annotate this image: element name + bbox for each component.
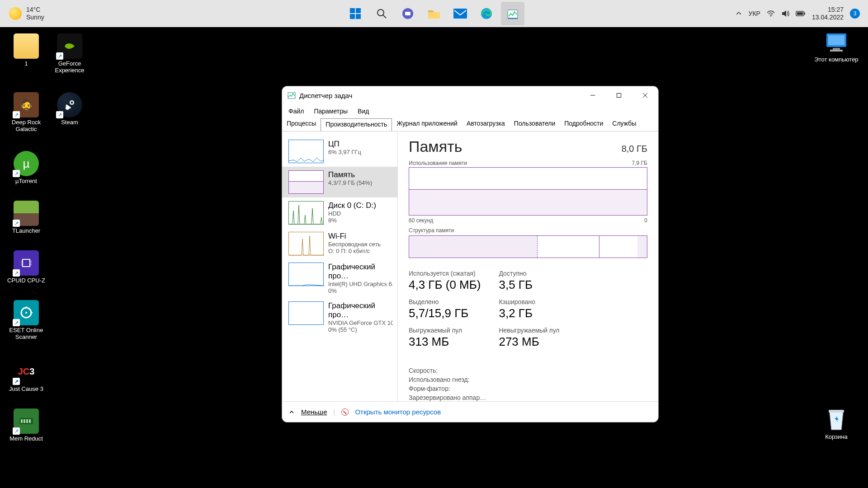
drg-icon: 🧔↗ bbox=[14, 92, 39, 117]
desktop-icon-cpuz[interactable]: ↗ CPUID CPU-Z bbox=[5, 249, 48, 298]
chevron-up-icon[interactable] bbox=[288, 409, 295, 415]
memory-composition-graph[interactable] bbox=[409, 235, 647, 258]
meta-form: Форм-фактор: bbox=[409, 385, 486, 392]
tab-apphistory[interactable]: Журнал приложений bbox=[392, 118, 462, 131]
disk-thumbnail bbox=[288, 201, 324, 225]
windows-logo-icon bbox=[349, 7, 362, 20]
close-button[interactable] bbox=[632, 86, 658, 104]
desktop-icons-right: Этот компьютер Корзина bbox=[814, 32, 859, 440]
battery-icon[interactable] bbox=[796, 10, 806, 17]
stat-cached-value: 3,2 ГБ bbox=[499, 306, 559, 320]
folder-icon bbox=[14, 33, 39, 59]
tab-details[interactable]: Подробности bbox=[560, 118, 608, 131]
desktop-icons-left: 1 ↗ GeForce Experience 🧔↗ Deep Rock Gala… bbox=[5, 32, 91, 456]
open-resource-monitor-link[interactable]: Открыть монитор ресурсов bbox=[355, 408, 441, 416]
tab-processes[interactable]: Процессы bbox=[282, 118, 321, 131]
maximize-icon bbox=[616, 93, 622, 98]
svg-rect-41 bbox=[829, 410, 844, 413]
stat-avail-value: 3,5 ГБ bbox=[499, 278, 559, 292]
stat-committed-label: Выделено bbox=[409, 298, 481, 305]
svg-rect-0 bbox=[350, 8, 355, 13]
close-icon bbox=[642, 93, 648, 98]
mail-icon bbox=[453, 9, 467, 19]
meta-speed: Скорость: bbox=[409, 367, 486, 374]
stat-inuse-label: Используется (сжатая) bbox=[409, 270, 481, 277]
shortcut-arrow-icon: ↗ bbox=[13, 170, 20, 177]
wifi-thumbnail bbox=[288, 232, 324, 255]
taskbar-clock[interactable]: 15:27 13.04.2022 bbox=[812, 6, 844, 21]
edge-icon bbox=[480, 7, 493, 20]
sidebar-item-cpu[interactable]: ЦП6% 3,97 ГГц bbox=[282, 136, 397, 167]
shortcut-arrow-icon: ↗ bbox=[13, 111, 20, 118]
minimize-button[interactable] bbox=[580, 86, 606, 104]
sidebar-item-gpu1[interactable]: Графический про…NVIDIA GeForce GTX 10…0%… bbox=[282, 298, 397, 337]
desktop-icon-folder-1[interactable]: 1 bbox=[5, 32, 48, 81]
start-button[interactable] bbox=[344, 2, 367, 25]
clock-time: 15:27 bbox=[812, 6, 844, 14]
tab-services[interactable]: Службы bbox=[608, 118, 641, 131]
svg-rect-35 bbox=[26, 419, 28, 423]
memory-usage-graph[interactable] bbox=[409, 167, 647, 216]
taskbar-explorer[interactable] bbox=[422, 2, 446, 25]
taskbar-mail[interactable] bbox=[448, 2, 472, 25]
eset-icon: ↗ bbox=[14, 300, 39, 325]
titlebar[interactable]: Диспетчер задач bbox=[282, 86, 658, 104]
svg-rect-8 bbox=[453, 9, 467, 19]
cpu-thumbnail bbox=[288, 140, 324, 163]
graph-x-left: 60 секунд bbox=[409, 217, 433, 224]
desktop-icon-steam[interactable]: ↗ Steam bbox=[48, 90, 91, 140]
desktop-icon-tlauncher[interactable]: ↗ TLauncher bbox=[5, 199, 48, 249]
desktop-icon-eset[interactable]: ↗ ESET Online Scanner bbox=[5, 298, 48, 357]
svg-marker-13 bbox=[782, 10, 786, 17]
gpu0-thumbnail bbox=[288, 263, 324, 286]
sidebar-item-disk0[interactable]: Диск 0 (C: D:)HDD8% bbox=[282, 197, 397, 228]
desktop-icon-justcause3[interactable]: JC3↗ Just Cause 3 bbox=[5, 357, 48, 407]
memory-total: 8,0 ГБ bbox=[622, 144, 647, 154]
taskbar-weather[interactable]: 14°C Sunny bbox=[0, 6, 44, 21]
weather-sunny-icon bbox=[9, 7, 22, 20]
notifications-badge[interactable]: 3 bbox=[850, 9, 860, 19]
taskbar-taskmanager[interactable] bbox=[501, 2, 524, 25]
desktop-icon-geforce[interactable]: ↗ GeForce Experience bbox=[48, 32, 91, 90]
wifi-icon[interactable] bbox=[767, 10, 775, 17]
taskmanager-icon bbox=[288, 91, 296, 99]
performance-main: Память 8,0 ГБ Использование памяти 7,9 Г… bbox=[397, 131, 658, 401]
menu-file[interactable]: Файл bbox=[288, 108, 304, 115]
maximize-button[interactable] bbox=[606, 86, 632, 104]
clock-date: 13.04.2022 bbox=[812, 14, 844, 21]
stat-nonpaged-value: 273 МБ bbox=[499, 335, 559, 349]
tab-users[interactable]: Пользователи bbox=[509, 118, 560, 131]
volume-icon[interactable] bbox=[781, 10, 789, 17]
sidebar-item-gpu0[interactable]: Графический про…Intel(R) UHD Graphics 6…… bbox=[282, 259, 397, 298]
desktop-icon-memreduct[interactable]: ↗ Mem Reduct bbox=[5, 407, 48, 456]
tab-performance[interactable]: Производительность bbox=[321, 118, 392, 131]
svg-point-29 bbox=[25, 312, 27, 314]
graph-usage-label: Использование памяти bbox=[409, 160, 467, 166]
svg-line-5 bbox=[383, 15, 386, 18]
tab-startup[interactable]: Автозагрузка bbox=[462, 118, 509, 131]
task-manager-window: Диспетчер задач Файл Параметры Вид Проце… bbox=[282, 86, 659, 422]
this-pc-icon bbox=[824, 32, 849, 54]
shortcut-arrow-icon: ↗ bbox=[13, 319, 20, 326]
menu-options[interactable]: Параметры bbox=[314, 108, 348, 115]
sidebar-item-memory[interactable]: Память4,3/7,9 ГБ (54%) bbox=[282, 167, 397, 197]
stat-cached-label: Кэшировано bbox=[499, 298, 559, 305]
desktop-icon-deeprock[interactable]: 🧔↗ Deep Rock Galactic bbox=[5, 90, 48, 149]
shortcut-arrow-icon: ↗ bbox=[13, 378, 20, 385]
weather-cond: Sunny bbox=[26, 14, 44, 21]
search-button[interactable] bbox=[370, 2, 393, 25]
sidebar-item-wifi[interactable]: Wi-FiБеспроводная сетьО: 0 П: 0 кбит/с bbox=[282, 228, 397, 259]
desktop-icon-this-pc[interactable]: Этот компьютер bbox=[814, 32, 859, 63]
desktop-icon-recycle-bin[interactable]: Корзина bbox=[814, 406, 859, 440]
svg-rect-3 bbox=[356, 14, 361, 19]
fewer-details-link[interactable]: Меньше bbox=[301, 408, 327, 416]
resmon-icon bbox=[341, 408, 349, 416]
chevron-up-icon[interactable] bbox=[735, 10, 742, 17]
svg-rect-16 bbox=[804, 13, 805, 14]
taskbar-teams[interactable] bbox=[396, 2, 420, 25]
menu-view[interactable]: Вид bbox=[358, 108, 369, 115]
taskbar-edge[interactable] bbox=[475, 2, 498, 25]
desktop-icon-utorrent[interactable]: µ↗ µTorrent bbox=[5, 149, 48, 199]
input-lang[interactable]: УКР bbox=[749, 10, 760, 17]
svg-rect-40 bbox=[830, 50, 843, 52]
